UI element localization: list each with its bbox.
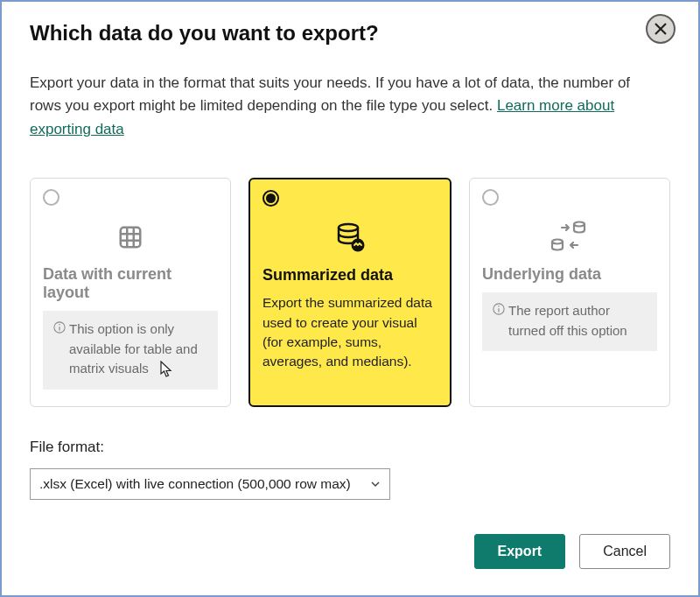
svg-point-16 <box>498 306 500 307</box>
export-button[interactable]: Export <box>474 534 566 569</box>
close-icon <box>654 23 667 35</box>
cursor-icon <box>160 361 174 382</box>
svg-point-9 <box>59 324 60 326</box>
table-grid-icon <box>43 220 218 255</box>
file-format-label: File format: <box>30 439 670 456</box>
info-icon <box>53 320 66 379</box>
file-format-select[interactable]: .xlsx (Excel) with live connection (500,… <box>30 468 390 500</box>
radio-summarized[interactable] <box>262 190 279 207</box>
chevron-down-icon <box>370 479 381 489</box>
dialog-intro: Export your data in the format that suit… <box>30 72 660 141</box>
database-sync-icon <box>482 220 657 255</box>
option-underlying-title: Underlying data <box>482 265 657 284</box>
option-underlying[interactable]: Underlying data The report author turned… <box>469 178 670 407</box>
close-button[interactable] <box>646 14 676 44</box>
radio-current-layout[interactable] <box>43 189 60 206</box>
option-current-layout-title: Data with current layout <box>43 265 218 302</box>
radio-underlying[interactable] <box>482 189 499 206</box>
info-icon <box>493 301 505 341</box>
cancel-button[interactable]: Cancel <box>579 534 670 569</box>
option-summarized-body: Export the summarized data used to creat… <box>262 293 438 372</box>
option-current-layout-info: This option is only available for table … <box>43 311 218 390</box>
option-current-layout-info-text: This option is only available for table … <box>69 320 207 379</box>
svg-rect-2 <box>121 228 141 248</box>
option-current-layout[interactable]: Data with current layout This option is … <box>30 178 231 407</box>
database-commit-icon <box>262 221 438 256</box>
option-underlying-info: The report author turned off this option <box>482 292 657 351</box>
svg-point-12 <box>574 222 584 227</box>
file-format-selected-value: .xlsx (Excel) with live connection (500,… <box>39 476 351 492</box>
dialog-title: Which data do you want to export? <box>30 21 670 46</box>
option-summarized-title: Summarized data <box>262 266 438 284</box>
svg-point-13 <box>552 240 563 244</box>
option-underlying-info-text: The report author turned off this option <box>508 301 647 341</box>
option-summarized[interactable]: Summarized data Export the summarized da… <box>248 178 452 407</box>
svg-point-10 <box>339 224 358 231</box>
